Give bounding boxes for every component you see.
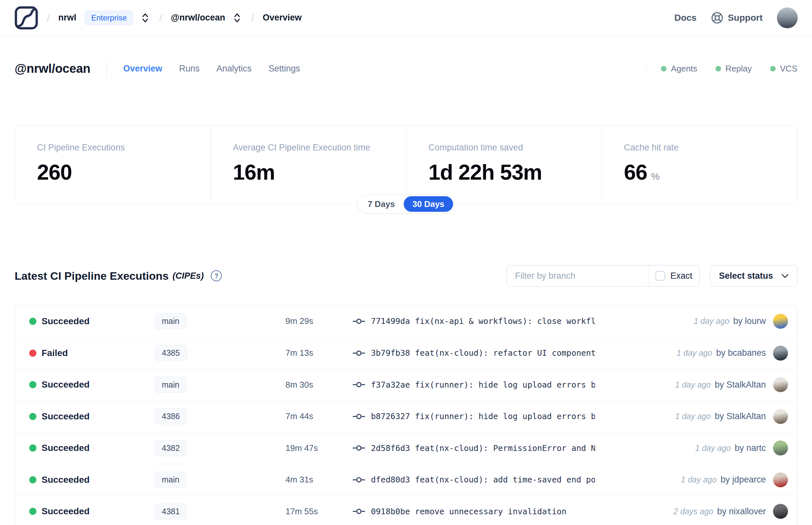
cipe-row[interactable]: Succeeded 4381 17m 55s 0918b0be remove u… bbox=[15, 495, 797, 525]
git-commit-icon bbox=[353, 381, 365, 388]
tab-settings[interactable]: Settings bbox=[269, 64, 301, 74]
docs-link[interactable]: Docs bbox=[674, 13, 696, 23]
status-label: Succeeded bbox=[42, 475, 90, 485]
git-commit-icon bbox=[353, 413, 365, 420]
stat-card-cache-hit: Cache hit rate 66 % bbox=[601, 126, 797, 204]
author-label: by jdpearce bbox=[720, 475, 766, 485]
cipe-row[interactable]: Succeeded main 9m 29s 771499da fix(nx-ap… bbox=[15, 305, 797, 337]
service-replay[interactable]: Replay bbox=[716, 64, 752, 74]
exact-checkbox[interactable] bbox=[656, 271, 665, 281]
branch-badge[interactable]: main bbox=[155, 313, 186, 329]
branch-badge[interactable]: 4382 bbox=[155, 440, 187, 456]
stat-value: 16m bbox=[233, 160, 275, 184]
branch-filter-group: Exact bbox=[507, 265, 700, 287]
status-dot-icon bbox=[29, 349, 36, 357]
duration-label: 8m 30s bbox=[286, 380, 353, 390]
status-dot-icon bbox=[29, 508, 36, 515]
workspace-switcher-button[interactable] bbox=[232, 11, 243, 25]
chevron-up-down-icon bbox=[233, 12, 241, 24]
commit-text[interactable]: b8726327 fix(runner): hide log upload er… bbox=[371, 411, 595, 421]
cipe-row[interactable]: Succeeded main 8m 30s f37a32ae fix(runne… bbox=[15, 369, 797, 401]
support-link[interactable]: Support bbox=[711, 12, 763, 24]
org-switcher-button[interactable] bbox=[140, 11, 151, 25]
commit-text[interactable]: dfed80d3 feat(nx-cloud): add time-saved … bbox=[371, 475, 595, 484]
cipes-controls: Exact Select status bbox=[507, 265, 797, 287]
status-dot-icon bbox=[29, 445, 36, 452]
duration-label: 9m 29s bbox=[286, 316, 353, 326]
nx-logo-icon[interactable] bbox=[14, 6, 38, 30]
git-commit-icon bbox=[353, 349, 365, 357]
status-label: Failed bbox=[42, 348, 68, 358]
commit-text[interactable]: 3b79fb38 feat(nx-cloud): refactor UI com… bbox=[371, 348, 595, 358]
commit-text[interactable]: 771499da fix(nx-api & workflows): close … bbox=[371, 316, 595, 326]
duration-label: 17m 55s bbox=[286, 507, 353, 516]
user-avatar[interactable] bbox=[777, 7, 798, 28]
cipe-rows: Succeeded main 9m 29s 771499da fix(nx-ap… bbox=[15, 305, 797, 525]
author-avatar[interactable] bbox=[773, 409, 788, 424]
branch-badge[interactable]: main bbox=[155, 472, 186, 487]
status-select-button[interactable]: Select status bbox=[710, 265, 797, 287]
workspace-tabs: Overview Runs Analytics Settings bbox=[123, 64, 300, 74]
stats-cards: CI Pipeline Executions 260 Average CI Pi… bbox=[15, 125, 797, 204]
period-30-days-button[interactable]: 30 Days bbox=[404, 196, 453, 212]
git-commit-icon bbox=[353, 445, 365, 452]
branch-badge[interactable]: 4386 bbox=[155, 408, 187, 424]
author-avatar[interactable] bbox=[773, 504, 788, 519]
author-avatar[interactable] bbox=[773, 346, 788, 361]
status-dot-icon bbox=[29, 476, 36, 483]
stat-suffix: % bbox=[651, 171, 660, 182]
commit-text[interactable]: 2d58f6d3 feat(nx-cloud): PermissionError… bbox=[371, 444, 595, 453]
status-label: Succeeded bbox=[42, 316, 90, 327]
nav-actions: Docs Support bbox=[674, 7, 798, 28]
branch-filter-input[interactable] bbox=[507, 266, 648, 286]
time-ago-label: 1 day ago bbox=[677, 348, 712, 358]
cipe-row[interactable]: Succeeded 4382 19m 47s 2d58f6d3 feat(nx-… bbox=[15, 432, 797, 464]
cipes-header-bar: Latest CI Pipeline Executions (CIPEs) ? … bbox=[15, 265, 797, 287]
author-label: by StalkAltan bbox=[715, 411, 766, 421]
breadcrumb: / nrwl Enterprise / @nrwl/ocean / Overvi… bbox=[14, 6, 302, 30]
cipe-row[interactable]: Succeeded main 4m 31s dfed80d3 feat(nx-c… bbox=[15, 464, 797, 496]
cipe-row[interactable]: Failed 4385 7m 13s 3b79fb38 feat(nx-clou… bbox=[15, 337, 797, 369]
git-commit-icon bbox=[353, 508, 365, 515]
service-vcs[interactable]: VCS bbox=[770, 64, 797, 74]
stat-card-executions: CI Pipeline Executions 260 bbox=[15, 126, 211, 204]
breadcrumb-separator: / bbox=[251, 11, 254, 24]
tab-runs[interactable]: Runs bbox=[179, 64, 199, 74]
time-ago-label: 2 days ago bbox=[674, 507, 713, 516]
stat-value: 66 bbox=[624, 160, 647, 184]
enterprise-badge: Enterprise bbox=[85, 11, 133, 25]
breadcrumb-page: Overview bbox=[263, 13, 302, 23]
author-label: by nartc bbox=[735, 443, 766, 453]
service-agents[interactable]: Agents bbox=[661, 64, 698, 74]
author-avatar[interactable] bbox=[773, 472, 788, 487]
status-label: Succeeded bbox=[42, 411, 90, 422]
tab-analytics[interactable]: Analytics bbox=[216, 64, 251, 74]
cipe-row[interactable]: Succeeded 4386 7m 44s b8726327 fix(runne… bbox=[15, 401, 797, 432]
exact-toggle[interactable]: Exact bbox=[648, 271, 700, 281]
duration-label: 19m 47s bbox=[286, 443, 353, 453]
time-ago-label: 1 day ago bbox=[675, 411, 711, 421]
commit-text[interactable]: 0918b0be remove unnecessary invalidation bbox=[371, 507, 566, 516]
status-label: Succeeded bbox=[42, 443, 90, 453]
period-toggle: 7 Days 30 Days bbox=[357, 195, 455, 213]
commit-text[interactable]: f37a32ae fix(runner): hide log upload er… bbox=[371, 380, 595, 390]
status-dot-icon bbox=[770, 66, 776, 72]
chevron-down-icon bbox=[781, 274, 788, 278]
period-7-days-button[interactable]: 7 Days bbox=[359, 196, 404, 212]
author-label: by nixallover bbox=[717, 507, 766, 516]
author-label: by bcabanes bbox=[716, 348, 766, 358]
breadcrumb-workspace[interactable]: @nrwl/ocean bbox=[171, 13, 225, 23]
time-ago-label: 1 day ago bbox=[675, 380, 711, 390]
stat-card-avg-time: Average CI Pipeline Execution time 16m bbox=[211, 126, 406, 204]
branch-badge[interactable]: main bbox=[155, 377, 186, 393]
branch-badge[interactable]: 4381 bbox=[155, 504, 187, 520]
duration-label: 7m 13s bbox=[286, 348, 353, 358]
help-icon[interactable]: ? bbox=[211, 270, 222, 281]
author-avatar[interactable] bbox=[773, 314, 788, 329]
tab-overview[interactable]: Overview bbox=[123, 64, 162, 74]
branch-badge[interactable]: 4385 bbox=[155, 345, 187, 361]
stat-card-time-saved: Computation time saved 1d 22h 53m bbox=[406, 126, 601, 204]
breadcrumb-org[interactable]: nrwl bbox=[58, 13, 76, 23]
author-avatar[interactable] bbox=[773, 440, 788, 455]
author-avatar[interactable] bbox=[773, 377, 788, 392]
